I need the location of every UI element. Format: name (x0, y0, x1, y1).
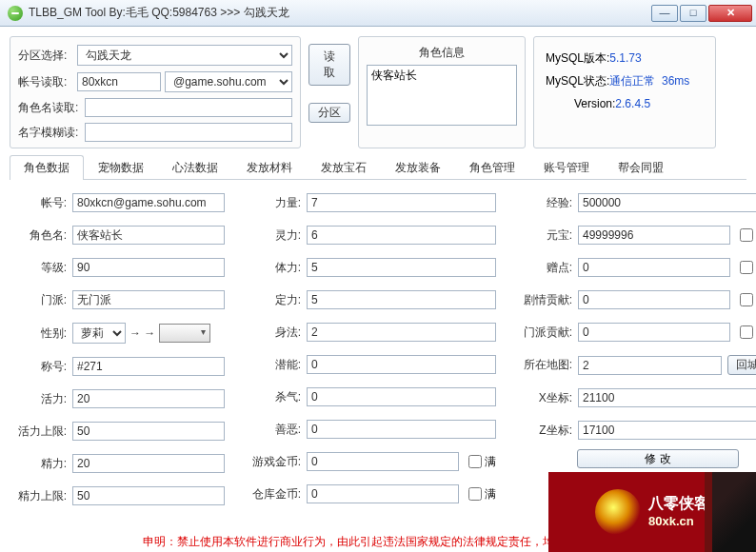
fuzzy-input[interactable] (85, 123, 292, 142)
wil-lbl: 定力: (248, 292, 301, 308)
energy-field[interactable] (72, 454, 225, 473)
tab-char-data[interactable]: 角色数据 (10, 155, 84, 180)
faction-ctr-field[interactable] (578, 323, 730, 342)
char-info-header: 角色信息 (367, 45, 517, 61)
exp-field[interactable] (578, 193, 756, 212)
brand-banner: 八零侠客 80xk.cn (548, 472, 756, 552)
zone-button[interactable]: 分区 (308, 103, 350, 123)
agi-field[interactable] (307, 323, 496, 342)
con-lbl: 体力: (248, 260, 301, 276)
spi-field[interactable] (307, 226, 496, 245)
fuzzy-label: 名字模糊读: (18, 125, 81, 141)
vigor-field[interactable] (72, 389, 225, 408)
vigor-max-field[interactable] (72, 422, 225, 441)
account-lbl: 帐号: (13, 195, 67, 211)
agi-lbl: 身法: (248, 325, 301, 341)
charname-label: 角色名读取: (18, 100, 81, 116)
charname-input[interactable] (85, 98, 292, 117)
brand-url: 80xk.cn (648, 514, 709, 530)
gold-lbl: 游戏金币: (248, 454, 301, 470)
account-input[interactable] (77, 72, 161, 91)
wil-field[interactable] (307, 290, 496, 309)
gift-full-chk[interactable]: 满 (740, 260, 756, 276)
energy-max-lbl: 精力上限: (13, 488, 67, 504)
app-icon (8, 6, 23, 21)
vigor-max-lbl: 活力上限: (13, 424, 67, 440)
color-picker[interactable] (159, 324, 210, 343)
con-field[interactable] (307, 258, 496, 277)
map-lbl: 所在地图: (519, 357, 572, 373)
gift-field[interactable] (578, 258, 730, 277)
bank-lbl: 仓库金币: (248, 486, 301, 503)
story-full-chk[interactable]: 满 (740, 292, 756, 308)
z-lbl: Z坐标: (519, 423, 572, 439)
char-info-list[interactable]: 侠客站长 (367, 65, 517, 126)
mid-buttons: 读取 分区 (308, 36, 350, 148)
account-domain-select[interactable]: @game.sohu.com (165, 71, 292, 92)
gold-full-chk[interactable]: 满 (468, 454, 496, 470)
yuanbao-field[interactable] (578, 226, 730, 245)
minimize-button[interactable]: — (651, 5, 678, 22)
align-field[interactable] (307, 420, 496, 439)
tab-grant-equip[interactable]: 发放装备 (381, 155, 455, 180)
pot-lbl: 潜能: (248, 357, 301, 373)
mysql-ping: 36ms (662, 74, 689, 88)
faction-field[interactable] (72, 290, 225, 309)
char-form: 帐号: 角色名: 等级: 门派: 性别: 萝莉 → → 称号: 活力: 活力上限… (10, 187, 746, 519)
titlebar: TLBB_GM Tool By:毛毛 QQ:5984763 >>> 勾践天龙 —… (0, 0, 756, 27)
vigor-lbl: 活力: (13, 391, 67, 407)
modify-button[interactable]: 修 改 (577, 449, 739, 468)
kill-lbl: 杀气: (248, 389, 301, 405)
energy-max-field[interactable] (72, 486, 225, 505)
yuanbao-full-chk[interactable]: 满 (740, 227, 756, 244)
status-panel: MySQL版本:5.1.73 MySQL状态:通信正常 36ms Version… (533, 36, 716, 148)
x-field[interactable] (578, 388, 756, 407)
arrow-icon: → → (129, 326, 155, 340)
tab-char-manage[interactable]: 角色管理 (455, 155, 529, 180)
account-field[interactable] (72, 193, 225, 212)
story-field[interactable] (578, 290, 730, 309)
back-city-button[interactable]: 回城 (727, 355, 756, 375)
kill-field[interactable] (307, 387, 496, 406)
level-lbl: 等级: (13, 260, 67, 276)
faction-lbl: 门派: (13, 292, 67, 308)
tab-acct-manage[interactable]: 账号管理 (529, 155, 604, 180)
query-panel: 分区选择: 勾践天龙 帐号读取: @game.sohu.com 角色名读取: 名… (10, 36, 301, 148)
mysql-state-label: MySQL状态: (546, 74, 609, 88)
tab-pet-data[interactable]: 宠物数据 (84, 155, 158, 180)
window-buttons: — □ ✕ (649, 5, 752, 22)
tab-xinfa-data[interactable]: 心法数据 (158, 155, 232, 180)
charname-field[interactable] (72, 226, 225, 245)
zone-label: 分区选择: (18, 48, 73, 64)
sex-select[interactable]: 萝莉 (72, 323, 126, 344)
close-button[interactable]: ✕ (708, 5, 752, 22)
zone-select[interactable]: 勾践天龙 (77, 45, 292, 66)
level-field[interactable] (72, 258, 225, 277)
map-field[interactable] (578, 356, 722, 375)
x-lbl: X坐标: (519, 390, 572, 406)
title-lbl: 称号: (13, 359, 67, 375)
energy-lbl: 精力: (13, 456, 67, 472)
pot-field[interactable] (307, 355, 496, 374)
yuanbao-lbl: 元宝: (519, 227, 572, 244)
mysql-ver: 5.1.73 (609, 51, 641, 65)
tab-grant-material[interactable]: 发放材料 (232, 155, 307, 180)
maximize-button[interactable]: □ (680, 5, 706, 22)
faction-ctr-full-chk[interactable]: 满 (740, 325, 756, 341)
gold-field[interactable] (307, 452, 459, 471)
bank-full-chk[interactable]: 满 (468, 486, 496, 503)
spi-lbl: 灵力: (248, 227, 301, 244)
title-field[interactable] (72, 357, 225, 376)
read-button[interactable]: 读取 (308, 44, 350, 86)
bank-field[interactable] (307, 484, 459, 503)
z-field[interactable] (578, 421, 756, 440)
char-info-panel: 角色信息 侠客站长 (358, 36, 526, 148)
tab-grant-gem[interactable]: 发放宝石 (307, 155, 381, 180)
str-field[interactable] (307, 193, 496, 212)
tab-guild-alliance[interactable]: 帮会同盟 (604, 155, 678, 180)
window-title: TLBB_GM Tool By:毛毛 QQ:5984763 >>> 勾践天龙 (29, 5, 289, 21)
faction-ctr-lbl: 门派贡献: (519, 325, 572, 341)
list-item[interactable]: 侠客站长 (371, 68, 512, 84)
version-label: Version: (574, 97, 615, 110)
str-lbl: 力量: (248, 195, 301, 211)
